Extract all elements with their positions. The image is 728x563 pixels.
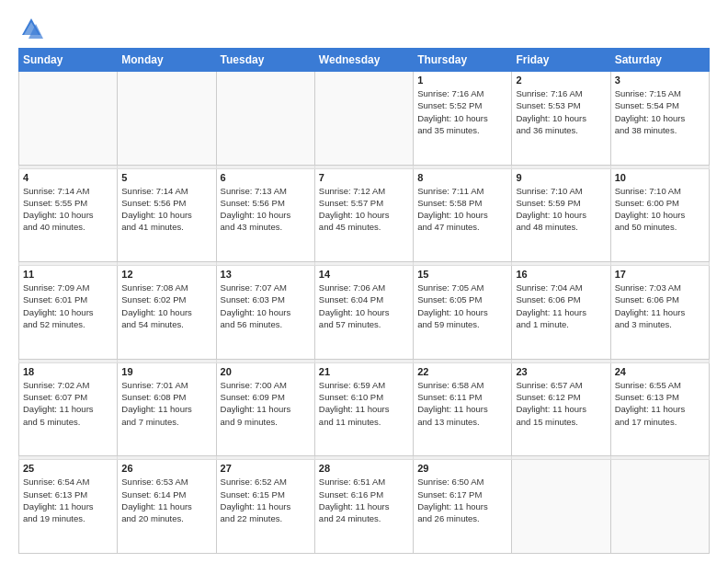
day-number: 11: [23, 269, 113, 280]
table-row: 1Sunrise: 7:16 AM Sunset: 5:52 PM Daylig…: [414, 72, 512, 166]
day-info: Sunrise: 6:51 AM Sunset: 6:16 PM Dayligh…: [319, 476, 409, 524]
day-info: Sunrise: 7:10 AM Sunset: 6:00 PM Dayligh…: [615, 185, 705, 234]
table-row: 16Sunrise: 7:04 AM Sunset: 6:06 PM Dayli…: [512, 266, 610, 360]
table-row: 14Sunrise: 7:06 AM Sunset: 6:04 PM Dayli…: [314, 266, 413, 360]
day-info: Sunrise: 6:52 AM Sunset: 6:15 PM Dayligh…: [221, 476, 311, 524]
day-info: Sunrise: 6:55 AM Sunset: 6:13 PM Dayligh…: [615, 379, 705, 428]
day-number: 2: [516, 75, 606, 86]
table-row: [512, 460, 610, 554]
logo: [18, 15, 50, 40]
day-info: Sunrise: 7:01 AM Sunset: 6:08 PM Dayligh…: [121, 379, 211, 428]
table-row: 6Sunrise: 7:13 AM Sunset: 5:56 PM Daylig…: [216, 168, 314, 262]
day-number: 17: [615, 269, 705, 280]
day-info: Sunrise: 7:16 AM Sunset: 5:53 PM Dayligh…: [516, 87, 606, 136]
table-row: [610, 460, 709, 554]
calendar-day-header: Thursday: [414, 49, 512, 72]
day-info: Sunrise: 7:02 AM Sunset: 6:07 PM Dayligh…: [23, 379, 113, 428]
day-info: Sunrise: 6:54 AM Sunset: 6:13 PM Dayligh…: [23, 476, 113, 524]
day-info: Sunrise: 7:12 AM Sunset: 5:57 PM Dayligh…: [319, 185, 409, 234]
day-number: 15: [417, 269, 507, 280]
table-row: [19, 72, 118, 166]
table-row: 29Sunrise: 6:50 AM Sunset: 6:17 PM Dayli…: [414, 460, 512, 554]
day-number: 26: [121, 463, 211, 474]
day-info: Sunrise: 7:15 AM Sunset: 5:54 PM Dayligh…: [615, 87, 705, 136]
day-number: 1: [417, 75, 507, 86]
calendar-day-header: Wednesday: [314, 49, 413, 72]
day-info: Sunrise: 7:03 AM Sunset: 6:06 PM Dayligh…: [615, 282, 705, 330]
calendar-table: SundayMondayTuesdayWednesdayThursdayFrid…: [18, 48, 710, 554]
table-row: 4Sunrise: 7:14 AM Sunset: 5:55 PM Daylig…: [19, 168, 118, 262]
table-row: 23Sunrise: 6:57 AM Sunset: 6:12 PM Dayli…: [512, 362, 610, 456]
table-row: 11Sunrise: 7:09 AM Sunset: 6:01 PM Dayli…: [19, 266, 118, 360]
day-number: 19: [121, 366, 211, 377]
calendar-day-header: Sunday: [19, 49, 118, 72]
day-number: 16: [516, 269, 606, 280]
day-number: 24: [615, 366, 705, 377]
day-info: Sunrise: 6:53 AM Sunset: 6:14 PM Dayligh…: [121, 476, 211, 524]
calendar-day-header: Tuesday: [216, 49, 314, 72]
day-info: Sunrise: 7:04 AM Sunset: 6:06 PM Dayligh…: [516, 282, 606, 330]
table-row: 17Sunrise: 7:03 AM Sunset: 6:06 PM Dayli…: [610, 266, 709, 360]
table-row: 25Sunrise: 6:54 AM Sunset: 6:13 PM Dayli…: [19, 460, 118, 554]
table-row: 2Sunrise: 7:16 AM Sunset: 5:53 PM Daylig…: [512, 72, 610, 166]
calendar-day-header: Monday: [118, 49, 216, 72]
day-number: 18: [23, 366, 113, 377]
table-row: 18Sunrise: 7:02 AM Sunset: 6:07 PM Dayli…: [19, 362, 118, 456]
calendar-day-header: Friday: [512, 49, 610, 72]
table-row: 26Sunrise: 6:53 AM Sunset: 6:14 PM Dayli…: [118, 460, 216, 554]
calendar-day-header: Saturday: [610, 49, 709, 72]
day-number: 21: [319, 366, 409, 377]
table-row: 22Sunrise: 6:58 AM Sunset: 6:11 PM Dayli…: [414, 362, 512, 456]
day-number: 14: [319, 269, 409, 280]
day-info: Sunrise: 7:13 AM Sunset: 5:56 PM Dayligh…: [221, 185, 311, 234]
calendar-week-row: 18Sunrise: 7:02 AM Sunset: 6:07 PM Dayli…: [19, 362, 710, 456]
day-info: Sunrise: 7:06 AM Sunset: 6:04 PM Dayligh…: [319, 282, 409, 330]
day-info: Sunrise: 7:14 AM Sunset: 5:55 PM Dayligh…: [23, 185, 113, 234]
day-number: 23: [516, 366, 606, 377]
day-number: 12: [121, 269, 211, 280]
table-row: 12Sunrise: 7:08 AM Sunset: 6:02 PM Dayli…: [118, 266, 216, 360]
table-row: 7Sunrise: 7:12 AM Sunset: 5:57 PM Daylig…: [314, 168, 413, 262]
table-row: 9Sunrise: 7:10 AM Sunset: 5:59 PM Daylig…: [512, 168, 610, 262]
table-row: 5Sunrise: 7:14 AM Sunset: 5:56 PM Daylig…: [118, 168, 216, 262]
table-row: [314, 72, 413, 166]
day-info: Sunrise: 7:05 AM Sunset: 6:05 PM Dayligh…: [417, 282, 507, 330]
table-row: [118, 72, 216, 166]
day-info: Sunrise: 6:50 AM Sunset: 6:17 PM Dayligh…: [417, 476, 507, 524]
day-number: 3: [615, 75, 705, 86]
table-row: 13Sunrise: 7:07 AM Sunset: 6:03 PM Dayli…: [216, 266, 314, 360]
table-row: 24Sunrise: 6:55 AM Sunset: 6:13 PM Dayli…: [610, 362, 709, 456]
table-row: 27Sunrise: 6:52 AM Sunset: 6:15 PM Dayli…: [216, 460, 314, 554]
day-info: Sunrise: 6:57 AM Sunset: 6:12 PM Dayligh…: [516, 379, 606, 428]
day-number: 29: [417, 463, 507, 474]
day-number: 5: [121, 172, 211, 183]
calendar-week-row: 1Sunrise: 7:16 AM Sunset: 5:52 PM Daylig…: [19, 72, 710, 166]
table-row: 28Sunrise: 6:51 AM Sunset: 6:16 PM Dayli…: [314, 460, 413, 554]
logo-icon: [18, 15, 44, 40]
day-number: 10: [615, 172, 705, 183]
day-number: 20: [221, 366, 311, 377]
day-number: 22: [417, 366, 507, 377]
day-info: Sunrise: 7:08 AM Sunset: 6:02 PM Dayligh…: [121, 282, 211, 330]
day-info: Sunrise: 7:00 AM Sunset: 6:09 PM Dayligh…: [221, 379, 311, 428]
table-row: 8Sunrise: 7:11 AM Sunset: 5:58 PM Daylig…: [414, 168, 512, 262]
day-info: Sunrise: 7:14 AM Sunset: 5:56 PM Dayligh…: [121, 185, 211, 234]
day-info: Sunrise: 7:11 AM Sunset: 5:58 PM Dayligh…: [417, 185, 507, 234]
day-number: 25: [23, 463, 113, 474]
header: [18, 15, 710, 40]
table-row: 15Sunrise: 7:05 AM Sunset: 6:05 PM Dayli…: [414, 266, 512, 360]
table-row: 10Sunrise: 7:10 AM Sunset: 6:00 PM Dayli…: [610, 168, 709, 262]
day-number: 8: [417, 172, 507, 183]
table-row: [216, 72, 314, 166]
day-number: 13: [221, 269, 311, 280]
calendar-week-row: 25Sunrise: 6:54 AM Sunset: 6:13 PM Dayli…: [19, 460, 710, 554]
day-number: 9: [516, 172, 606, 183]
table-row: 20Sunrise: 7:00 AM Sunset: 6:09 PM Dayli…: [216, 362, 314, 456]
table-row: 19Sunrise: 7:01 AM Sunset: 6:08 PM Dayli…: [118, 362, 216, 456]
day-number: 28: [319, 463, 409, 474]
day-number: 7: [319, 172, 409, 183]
calendar-header-row: SundayMondayTuesdayWednesdayThursdayFrid…: [19, 49, 710, 72]
page: SundayMondayTuesdayWednesdayThursdayFrid…: [0, 0, 728, 563]
calendar-week-row: 11Sunrise: 7:09 AM Sunset: 6:01 PM Dayli…: [19, 266, 710, 360]
day-info: Sunrise: 7:10 AM Sunset: 5:59 PM Dayligh…: [516, 185, 606, 234]
